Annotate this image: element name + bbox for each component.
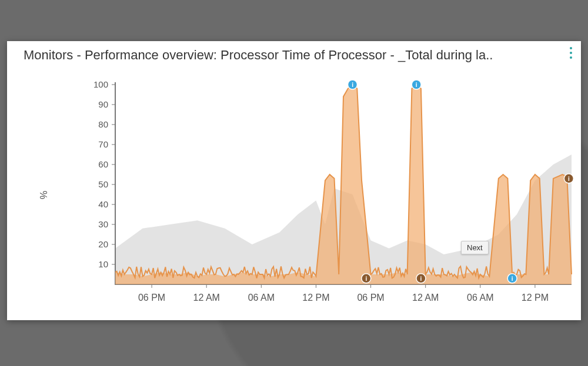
panel-menu-button[interactable]: [564, 45, 577, 61]
x-tick-label: 06 AM: [248, 293, 275, 303]
chart-svg: 10203040506070809010006 PM12 AM06 AM12 P…: [65, 79, 576, 320]
kebab-dot-icon: [570, 47, 572, 49]
y-tick-label: 90: [98, 99, 108, 109]
kebab-dot-icon: [570, 56, 572, 59]
x-tick-label: 06 PM: [138, 293, 165, 303]
y-tick-label: 80: [98, 119, 108, 129]
panel-header: Monitors - Performance overview: Process…: [24, 46, 568, 65]
x-tick-label: 12 AM: [193, 293, 220, 303]
plot-area[interactable]: % 10203040506070809010006 PM12 AM06 AM12…: [7, 69, 581, 320]
x-tick-label: 06 AM: [467, 293, 493, 303]
chart-panel: Monitors - Performance overview: Process…: [7, 41, 581, 320]
y-tick-label: 20: [98, 239, 108, 249]
svg-text:i: i: [568, 176, 570, 182]
x-tick-label: 12 PM: [302, 293, 329, 303]
kebab-dot-icon: [570, 52, 572, 54]
svg-text:i: i: [365, 276, 367, 282]
y-tick-label: 50: [98, 179, 108, 189]
y-tick-label: 100: [93, 79, 108, 89]
y-tick-label: 70: [98, 139, 108, 149]
svg-text:i: i: [352, 82, 353, 88]
svg-text:i: i: [512, 276, 513, 282]
y-axis-label: %: [39, 190, 49, 199]
y-tick-label: 10: [98, 259, 108, 269]
svg-text:i: i: [420, 276, 422, 282]
x-tick-label: 06 PM: [357, 293, 384, 303]
svg-text:i: i: [416, 82, 417, 88]
y-tick-label: 60: [98, 159, 108, 169]
y-tick-label: 40: [98, 199, 108, 209]
panel-title: Monitors - Performance overview: Process…: [24, 48, 493, 63]
y-tick-label: 30: [98, 219, 108, 229]
x-tick-label: 12 PM: [522, 293, 549, 303]
x-tick-label: 12 AM: [412, 293, 439, 303]
